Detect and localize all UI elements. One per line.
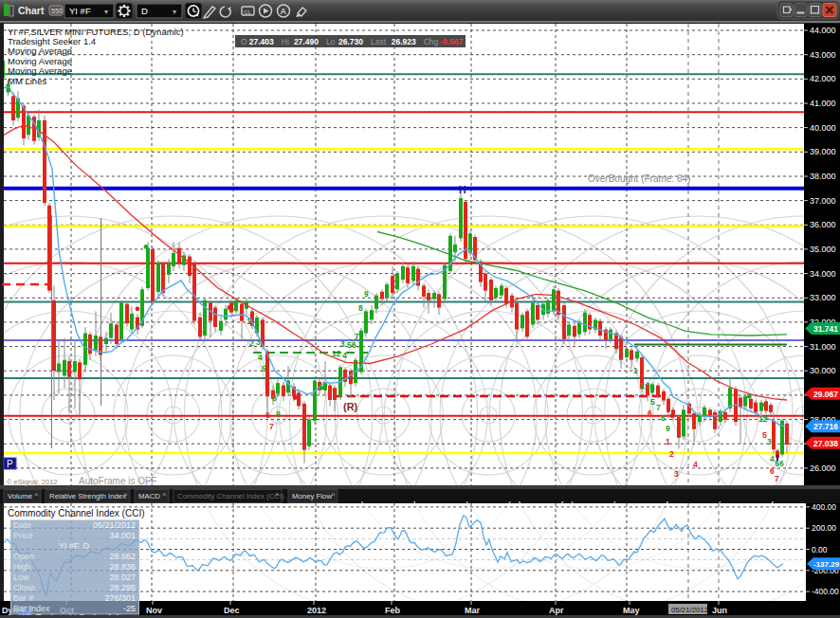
svg-text:Date: Date [13,520,31,530]
svg-text:30.000: 30.000 [810,366,836,375]
svg-text:Low: Low [13,573,29,582]
svg-text:Apr: Apr [549,606,564,615]
svg-text:4: 4 [693,460,698,469]
svg-text:8: 8 [358,303,363,313]
svg-text:550: 550 [51,8,63,14]
svg-text:High: High [13,562,31,572]
svg-text:Moving Average: Moving Average [8,65,72,76]
svg-text:7: 7 [775,474,779,483]
svg-text:26.923: 26.923 [392,37,416,46]
svg-text:27.038: 27.038 [813,439,838,448]
svg-text:AutoFrame is OFF: AutoFrame is OFF [79,476,156,486]
svg-text:7: 7 [269,422,274,431]
svg-text:27.490: 27.490 [294,37,319,46]
svg-text:-25: -25 [123,604,136,613]
svg-text:Jun: Jun [712,606,727,615]
svg-text:27.716: 27.716 [813,422,838,431]
svg-text:Commodity Channel Index (CCI): Commodity Channel Index (CCI) [177,492,284,500]
svg-text:6: 6 [779,459,784,468]
svg-text:-137.29: -137.29 [813,560,840,569]
svg-text:×: × [331,490,336,499]
svg-text:200.00: 200.00 [812,523,836,533]
svg-text:D: D [141,6,148,16]
svg-text:31.741: 31.741 [813,324,838,334]
svg-text:Relative Strength Index: Relative Strength Index [49,492,126,500]
svg-text:Chg: Chg [424,37,439,46]
svg-text:OverBought (Frame: 64): OverBought (Frame: 64) [588,173,690,184]
svg-text:7: 7 [656,403,661,412]
svg-text:Price: Price [13,531,33,540]
svg-text:Moving Average: Moving Average [8,45,72,56]
svg-text:May: May [623,606,640,615]
svg-text:© eSignal, 2012: © eSignal, 2012 [7,478,57,486]
svg-text:Last: Last [371,37,387,46]
svg-text:0.00: 0.00 [812,545,828,554]
svg-text:H: H [459,184,466,195]
svg-text:2: 2 [669,449,674,459]
svg-text:YI #F, D: YI #F, D [59,541,90,551]
svg-text:MM Lines: MM Lines [8,76,46,86]
svg-text:Money Flow: Money Flow [292,492,332,500]
svg-text:35.000: 35.000 [810,245,836,254]
svg-text:31.000: 31.000 [810,342,836,352]
svg-text:2: 2 [249,338,254,348]
svg-text:44.000: 44.000 [810,26,836,35]
svg-text:Close: Close [13,583,35,592]
svg-text:Bar #: Bar # [13,593,34,603]
svg-text:GL: GL [244,9,252,15]
svg-text:Open: Open [13,552,34,561]
svg-text:×: × [162,490,167,499]
svg-text:3: 3 [674,469,679,479]
svg-text:29.067: 29.067 [813,390,838,399]
svg-text:4: 4 [258,353,263,362]
svg-text:9: 9 [666,424,670,433]
svg-text:3: 3 [256,337,261,347]
svg-text:28.295: 28.295 [109,583,136,592]
svg-text:33.000: 33.000 [810,293,836,302]
svg-text:36.000: 36.000 [810,220,836,229]
svg-text:5: 5 [650,397,655,407]
svg-text:6: 6 [352,340,356,350]
svg-text:39.000: 39.000 [810,147,836,156]
svg-text:8: 8 [272,393,277,403]
svg-text:3: 3 [340,339,345,349]
svg-text:(R): (R) [343,401,358,412]
svg-text:40.000: 40.000 [810,123,836,133]
svg-text:-400.00: -400.00 [812,587,839,596]
svg-text:05/21/2012: 05/21/2012 [671,606,708,614]
svg-text:5: 5 [262,364,266,373]
svg-text:Chart: Chart [18,5,45,16]
svg-text:05/21/2012: 05/21/2012 [93,520,136,530]
svg-text:1: 1 [247,317,251,326]
svg-text:MACD: MACD [138,492,160,500]
svg-text:×: × [34,490,39,499]
svg-text:41.000: 41.000 [810,99,836,108]
svg-text:×: × [275,490,280,499]
svg-text:Moving Average: Moving Average [8,56,72,66]
svg-text:28.027: 28.027 [109,573,136,582]
svg-text:Tradesight Seeker 1.4: Tradesight Seeker 1.4 [8,36,96,46]
svg-text:9: 9 [276,409,281,419]
svg-text:Bar Index: Bar Index [13,604,50,613]
svg-text:4: 4 [650,383,655,392]
svg-text:Nov: Nov [146,606,162,615]
svg-text:Commodity Channel Index (CCI): Commodity Channel Index (CCI) [8,508,145,518]
svg-text:6: 6 [265,410,270,420]
svg-text:▾: ▾ [173,8,176,16]
svg-text:12: 12 [758,414,768,424]
svg-text:YI #F,SILVER MINI FUTURES, D (: YI #F,SILVER MINI FUTURES, D (Dynamic) [8,27,184,37]
svg-text:26.730: 26.730 [338,37,363,46]
svg-text:A: A [281,7,287,16]
svg-text:28.662: 28.662 [109,552,136,561]
svg-text:4: 4 [342,351,347,360]
svg-text:Mar: Mar [465,606,481,615]
svg-text:YI #F: YI #F [69,6,91,16]
svg-text:26.000: 26.000 [810,464,836,473]
svg-text:Feb: Feb [385,606,401,615]
svg-text:34.001: 34.001 [109,531,136,540]
svg-text:12: 12 [332,349,341,358]
svg-text:Volume: Volume [8,492,32,500]
svg-text:Hi: Hi [282,37,289,46]
svg-text:1: 1 [666,437,670,446]
svg-text:9: 9 [364,289,369,299]
